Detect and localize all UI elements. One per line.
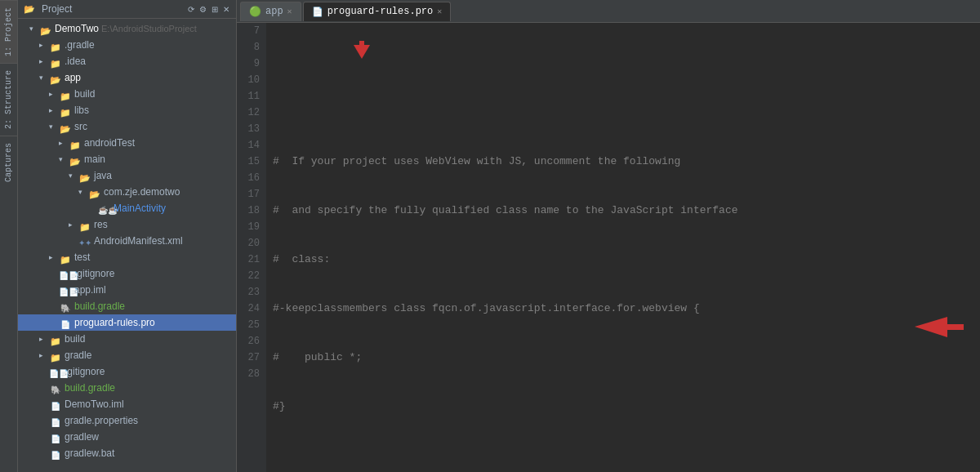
tree-item-idea[interactable]: .idea bbox=[18, 53, 236, 69]
tree-item-gradle-hidden[interactable]: .gradle bbox=[18, 37, 236, 53]
sidebar-title: Project bbox=[42, 3, 183, 15]
tree-label: java bbox=[94, 168, 112, 183]
tree-item-proguard[interactable]: 📄 proguard-rules.pro ➤ bbox=[18, 314, 236, 331]
tree-label: .idea bbox=[65, 54, 86, 69]
ln-28: 28 bbox=[237, 366, 260, 382]
code-area[interactable]: # If your project uses WebView with JS, … bbox=[266, 23, 980, 472]
vtab-captures[interactable]: Captures bbox=[0, 136, 17, 189]
tree-item-main[interactable]: main bbox=[18, 151, 236, 167]
tab-app-label: app bbox=[265, 6, 283, 17]
arrow-app bbox=[39, 70, 47, 85]
ln-9: 9 bbox=[237, 56, 260, 72]
line-numbers: 7 8 9 10 11 12 13 14 15 16 17 18 19 20 2… bbox=[237, 23, 266, 472]
tree-item-gradle-props[interactable]: 📄 gradle.properties bbox=[18, 412, 236, 429]
git-icon: 📄 bbox=[49, 367, 62, 376]
tree-item-mainactivity[interactable]: ☕ MainActivity bbox=[18, 200, 236, 216]
ln-7: 7 bbox=[237, 23, 260, 39]
gradlew-icon: 📄 bbox=[49, 432, 62, 442]
tree-label: test bbox=[74, 250, 90, 265]
ln-22: 22 bbox=[237, 268, 260, 284]
folder-icon bbox=[39, 24, 52, 33]
tree-label: gradlew.bat bbox=[65, 446, 114, 461]
tree-item-app[interactable]: app bbox=[18, 69, 236, 86]
tree-item-build-root[interactable]: build bbox=[18, 331, 236, 347]
tree-label: .gitignore bbox=[65, 364, 105, 379]
code-line-12: # public *; bbox=[273, 350, 980, 366]
app-tab-icon: 🟢 bbox=[249, 6, 261, 18]
tree-item-demotwo[interactable]: DemoTwo E:\AndroidStudioProject bbox=[18, 20, 236, 37]
path-hint-demotwo: E:\AndroidStudioProject bbox=[101, 21, 197, 36]
tree-label: res bbox=[94, 217, 108, 232]
code-editor[interactable]: 7 8 9 10 11 12 13 14 15 16 17 18 19 20 2… bbox=[237, 23, 980, 472]
tab-proguard-close[interactable]: ✕ bbox=[437, 7, 442, 16]
ln-20: 20 bbox=[237, 235, 260, 252]
tree-label: libs bbox=[74, 103, 89, 118]
vtab-structure[interactable]: 2: Structure bbox=[0, 63, 17, 136]
tree-item-androidtest[interactable]: androidTest bbox=[18, 135, 236, 151]
folder-icon bbox=[59, 105, 72, 115]
code-line-10: # class: bbox=[273, 252, 980, 268]
code-line-14 bbox=[273, 448, 980, 464]
tree-label: gradlew bbox=[65, 430, 99, 444]
arrow-idea bbox=[39, 54, 47, 69]
gear-icon[interactable]: ⚙ bbox=[198, 4, 208, 15]
tree-item-gradlew-bat[interactable]: 📄 gradlew.bat bbox=[18, 445, 236, 461]
git-icon: 📄 bbox=[59, 269, 72, 278]
folder-icon bbox=[88, 187, 101, 197]
folder-icon bbox=[69, 154, 82, 164]
code-line-9: # and specify the fully qualified class … bbox=[273, 203, 980, 219]
tree-item-gradlew[interactable]: 📄 gradlew bbox=[18, 429, 236, 445]
tree-label-app: app bbox=[65, 70, 81, 85]
tree-item-res[interactable]: res bbox=[18, 216, 236, 233]
tree-item-build-gradle-root[interactable]: 🐘 build.gradle bbox=[18, 380, 236, 396]
tree-item-libs[interactable]: libs bbox=[18, 102, 236, 118]
ln-10: 10 bbox=[237, 72, 260, 88]
tree-label: AndroidManifest.xml bbox=[94, 234, 183, 248]
ln-15: 15 bbox=[237, 154, 260, 170]
ln-13: 13 bbox=[237, 121, 260, 137]
folder-icon bbox=[78, 220, 91, 229]
ln-25: 25 bbox=[237, 317, 260, 333]
ln-24: 24 bbox=[237, 301, 260, 317]
tree-item-src[interactable]: src bbox=[18, 118, 236, 135]
tab-app[interactable]: 🟢 app ✕ bbox=[240, 2, 301, 21]
tree-item-gitignore-root[interactable]: 📄 .gitignore bbox=[18, 363, 236, 380]
tree-item-gitignore-app[interactable]: 📄 .gitignore bbox=[18, 265, 236, 282]
expand-icon[interactable]: ⊞ bbox=[210, 4, 220, 15]
tab-proguard[interactable]: 📄 proguard-rules.pro ✕ bbox=[303, 2, 452, 21]
arrow-build-root bbox=[39, 332, 47, 346]
tree-item-build-app[interactable]: build bbox=[18, 86, 236, 102]
tree-item-package[interactable]: com.zje.demotwo bbox=[18, 184, 236, 200]
sync-icon[interactable]: ⟳ bbox=[186, 4, 196, 15]
tree-item-app-iml[interactable]: 📄 app.iml bbox=[18, 282, 236, 298]
tree-item-java[interactable]: java bbox=[18, 167, 236, 184]
tree-label: src bbox=[74, 119, 87, 134]
folder-icon bbox=[59, 252, 72, 262]
code-line-7 bbox=[273, 105, 980, 121]
ln-12: 12 bbox=[237, 105, 260, 121]
ln-8: 8 bbox=[237, 39, 260, 56]
svg-rect-1 bbox=[359, 41, 364, 47]
ln-19: 19 bbox=[237, 219, 260, 235]
ln-27: 27 bbox=[237, 350, 260, 366]
tree-item-manifest[interactable]: ✦ AndroidManifest.xml bbox=[18, 233, 236, 249]
code-line-13: #} bbox=[273, 399, 980, 415]
iml-icon: 📄 bbox=[59, 285, 72, 295]
tab-app-close[interactable]: ✕ bbox=[287, 7, 292, 16]
close-icon[interactable]: ✕ bbox=[221, 4, 231, 15]
folder-icon bbox=[78, 171, 91, 180]
vtab-project[interactable]: 1: Project bbox=[0, 0, 17, 63]
tree-label: gradle bbox=[65, 348, 91, 363]
arrow-gradle-root bbox=[39, 348, 47, 363]
svg-marker-0 bbox=[354, 45, 370, 59]
ln-16: 16 bbox=[237, 170, 260, 186]
tree-item-gradle-root[interactable]: gradle bbox=[18, 347, 236, 363]
tree-item-demotwo-iml[interactable]: 📄 DemoTwo.iml bbox=[18, 396, 236, 412]
ln-18: 18 bbox=[237, 203, 260, 219]
tree-label: build.gradle bbox=[74, 299, 125, 314]
tree-item-build-gradle-app[interactable]: 🐘 build.gradle bbox=[18, 298, 236, 314]
tree-label: build bbox=[65, 332, 85, 346]
tree-item-test[interactable]: test bbox=[18, 249, 236, 265]
code-line-8: # If your project uses WebView with JS, … bbox=[273, 154, 980, 170]
sidebar-header: Project ⟳ ⚙ ⊞ ✕ bbox=[18, 0, 236, 19]
